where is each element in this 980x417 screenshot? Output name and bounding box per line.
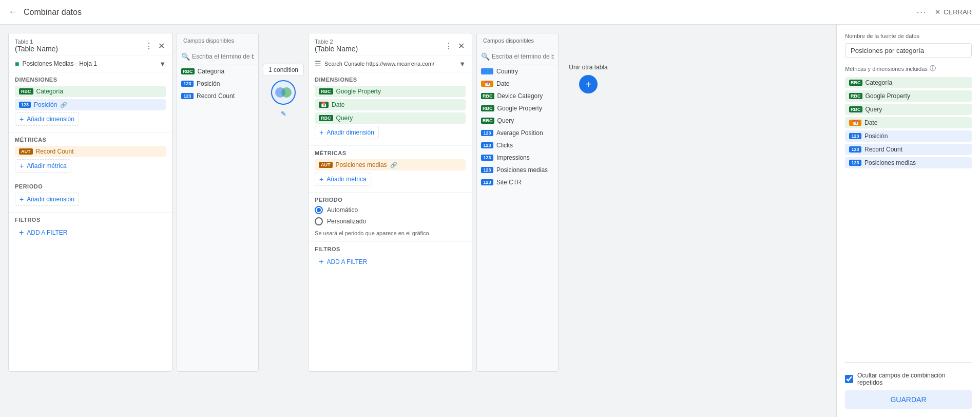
rp-field-googleproperty: RBC Google Property xyxy=(845,90,972,102)
link-icon-2: 🔗 xyxy=(390,162,397,168)
right-panel-ds-name-input[interactable] xyxy=(845,43,972,58)
table2-filters-title: Filtros xyxy=(315,246,466,252)
table2-dim-query[interactable]: RBC Query xyxy=(315,112,466,124)
table1-close-icon[interactable]: ✕ xyxy=(157,40,166,52)
radio-automatico[interactable]: Automático xyxy=(315,206,466,214)
fields-search-input-1[interactable] xyxy=(192,53,254,60)
condition-badge: 1 condition xyxy=(263,64,304,76)
fields-search-1[interactable]: 🔍 xyxy=(177,48,258,65)
table1-period-section: Periodo + Añadir dimensión xyxy=(9,179,172,212)
search-icon-1: 🔍 xyxy=(181,52,190,61)
guardar-button[interactable]: GUARDAR xyxy=(845,390,972,409)
table2-source-dropdown-icon[interactable]: ▼ xyxy=(459,60,466,68)
fields-search-input-2[interactable] xyxy=(492,53,554,60)
table1-filters-title: Filtros xyxy=(15,217,166,223)
table1-filters-section: Filtros + ADD A FILTER xyxy=(9,212,172,243)
available-fields-1: Campos disponibles 🔍 RBC Categoría 123 P… xyxy=(177,33,259,372)
table2-close-icon[interactable]: ✕ xyxy=(457,40,466,52)
close-icon: ✕ xyxy=(935,8,940,16)
info-icon[interactable]: ⓘ xyxy=(930,64,936,73)
table1-more-icon[interactable]: ⋮ xyxy=(144,40,154,52)
join-table-label: Unir otra tabla xyxy=(569,64,607,71)
table1-dimensions-section: Dimensiones RBC Categoría 123 Posición 🔗… xyxy=(9,72,172,132)
table2-filters-section: Filtros + ADD A FILTER xyxy=(309,241,472,273)
table1-add-dimension-button[interactable]: + Añadir dimensión xyxy=(15,112,79,126)
table2-source-text: Search Console https://www.mcarreira.com… xyxy=(324,61,456,67)
rp-field-recordcount: 123 Record Count xyxy=(845,144,972,155)
field-country[interactable]: 🌐 Country xyxy=(477,65,558,78)
rp-field-categoria: RBC Categoría xyxy=(845,77,972,88)
table2-add-filter-button[interactable]: + ADD A FILTER xyxy=(315,255,466,269)
field-avgposition[interactable]: 123 Average Position xyxy=(477,127,558,139)
table2-add-dimension-button[interactable]: + Añadir dimensión xyxy=(315,126,379,139)
join-table-plus-button[interactable]: + xyxy=(579,75,598,93)
field-sitectr[interactable]: 123 Site CTR xyxy=(477,176,558,188)
condition-icon[interactable] xyxy=(271,80,296,105)
more-options-icon[interactable]: ··· xyxy=(917,8,927,17)
radio-personalizado[interactable]: Personalizado xyxy=(315,217,466,225)
table1-source-dropdown-icon[interactable]: ▼ xyxy=(159,60,166,68)
table2-add-metric-button[interactable]: + Añadir métrica xyxy=(315,173,371,186)
close-button[interactable]: ✕ CERRAR xyxy=(935,8,972,16)
right-panel: Nombre de la fuente de datos Métricas y … xyxy=(836,25,980,417)
table2-more-icon[interactable]: ⋮ xyxy=(444,40,454,52)
field-item-recordcount[interactable]: 123 Record Count xyxy=(177,90,258,102)
tables-area: Table 1 (Table Name) ⋮ ✕ ■ Posiciones Me… xyxy=(0,25,836,417)
table1-dimensions-title: Dimensiones xyxy=(15,77,166,83)
period-note: Se usará el periodo que aparece en el gr… xyxy=(315,230,466,237)
table1-dim-categoria[interactable]: RBC Categoría xyxy=(15,86,166,97)
fields-search-2[interactable]: 🔍 xyxy=(477,48,558,65)
table1-dim-posicion[interactable]: 123 Posición 🔗 xyxy=(15,99,166,110)
field-clicks[interactable]: 123 Clicks xyxy=(477,139,558,151)
back-icon[interactable]: ← xyxy=(8,7,17,17)
table2-metrics-title: Métricas xyxy=(315,150,466,156)
table1-add-period-button[interactable]: + Añadir dimensión xyxy=(15,193,79,206)
rp-field-posicionesmedias: 123 Posiciones medias xyxy=(845,157,972,168)
table1-add-filter-button[interactable]: + ADD A FILTER xyxy=(15,226,166,239)
table1-source-text: Posiciones Medias - Hoja 1 xyxy=(22,60,156,67)
field-googleproperty[interactable]: RBC Google Property xyxy=(477,102,558,115)
svg-point-1 xyxy=(281,87,292,98)
table2-dim-date[interactable]: 📅 Date xyxy=(315,99,466,110)
radio-automatico-indicator xyxy=(315,206,323,214)
link-icon: 🔗 xyxy=(60,102,67,108)
join-table-box: Unir otra tabla + xyxy=(563,64,614,93)
top-bar: ← Combinar datos ··· ✕ CERRAR xyxy=(0,0,980,25)
table1-source-selector[interactable]: ■ Posiciones Medias - Hoja 1 ▼ xyxy=(9,55,172,72)
table2-dim-googleproperty[interactable]: RBC Google Property xyxy=(315,86,466,97)
rp-field-query: RBC Query xyxy=(845,104,972,115)
hide-repeated-checkbox-row: Ocultar campos de combinación repetidos xyxy=(845,366,972,386)
table1-header: Table 1 (Table Name) ⋮ ✕ xyxy=(9,33,172,55)
table2-period-section: Periodo Automático Personalizado Se usar… xyxy=(309,192,472,241)
table1-metric-recordcount[interactable]: AUT Record Count xyxy=(15,146,166,157)
table2-source-selector[interactable]: ☰ Search Console https://www.mcarreira.c… xyxy=(309,55,472,72)
hide-repeated-checkbox[interactable] xyxy=(845,375,853,383)
field-date[interactable]: 📅 Date xyxy=(477,78,558,90)
search-icon-2: 🔍 xyxy=(481,52,490,61)
right-panel-ds-name-label: Nombre de la fuente de datos xyxy=(845,33,972,39)
edit-icon[interactable]: ✎ xyxy=(281,110,286,118)
rp-field-date: 📅 Date xyxy=(845,117,972,128)
field-devicecategory[interactable]: RBC Device Category xyxy=(477,90,558,102)
available-fields-2-title: Campos disponibles xyxy=(477,33,558,48)
table1-card: Table 1 (Table Name) ⋮ ✕ ■ Posiciones Me… xyxy=(8,33,172,372)
field-item-posicion[interactable]: 123 Posición xyxy=(177,78,258,90)
table2-dimensions-title: Dimensiones xyxy=(315,77,466,83)
table2-label: Table 2 xyxy=(315,39,358,45)
field-item-categoria[interactable]: RBC Categoría xyxy=(177,65,258,78)
table2-card: Table 2 (Table Name) ⋮ ✕ ☰ Search Consol… xyxy=(308,33,472,372)
page-title: Combinar datos xyxy=(24,8,82,17)
table1-add-metric-button[interactable]: + Añadir métrica xyxy=(15,159,71,173)
table1-period-title: Periodo xyxy=(15,183,166,189)
table1-name: (Table Name) xyxy=(15,45,58,53)
available-fields-2: Campos disponibles 🔍 🌐 Country 📅 Date RB… xyxy=(476,33,559,372)
available-fields-1-title: Campos disponibles xyxy=(177,33,258,48)
rp-field-posicion: 123 Posición xyxy=(845,130,972,142)
right-panel-metrics-label: Métricas y dimensiones incluidas ⓘ xyxy=(845,64,972,73)
table1-source-icon: ■ xyxy=(15,60,19,68)
main-content: Table 1 (Table Name) ⋮ ✕ ■ Posiciones Me… xyxy=(0,25,980,417)
field-query[interactable]: RBC Query xyxy=(477,115,558,127)
field-impressions[interactable]: 123 Impressions xyxy=(477,151,558,164)
table2-metric-posicionesmedias[interactable]: AUT Posiciones medias 🔗 xyxy=(315,159,466,170)
field-posicionesmedias[interactable]: 123 Posiciones medias xyxy=(477,164,558,176)
